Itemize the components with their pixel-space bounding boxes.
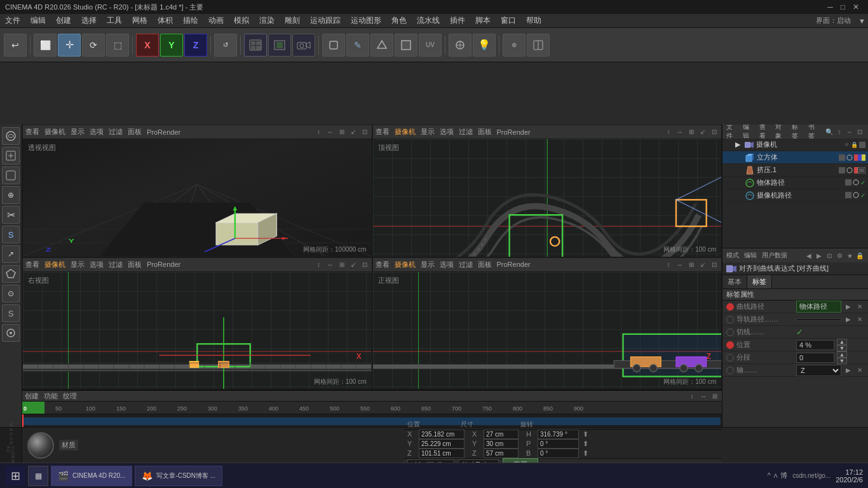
csy-rot-p[interactable] xyxy=(538,439,579,449)
vp-front-icon5[interactable]: ⊡ xyxy=(710,260,719,269)
tl-icon2[interactable]: ↔ xyxy=(699,391,708,400)
vp-top-icon3[interactable]: ⊞ xyxy=(687,128,696,137)
csz-pos-z[interactable] xyxy=(419,449,465,458)
vp-persp-filt[interactable]: 过滤 xyxy=(109,127,123,137)
extra-btn-1[interactable]: ⊕ xyxy=(503,34,526,57)
attr-icon5[interactable]: ★ xyxy=(845,251,854,260)
attr-pos-up[interactable]: ▲ xyxy=(837,339,847,345)
coord-sys-btn[interactable]: ↺ xyxy=(214,34,237,57)
menu-sculpt2[interactable]: 雕刻 xyxy=(280,14,305,27)
ls-btn-3[interactable] xyxy=(2,166,20,184)
vp-top-icon4[interactable]: ↙ xyxy=(698,128,707,137)
csz-rot-b[interactable] xyxy=(538,449,579,458)
task-view-btn[interactable]: ▦ xyxy=(28,466,48,486)
vp-right-view[interactable]: 查看 xyxy=(25,260,39,269)
attr-val-curvepath[interactable]: 物体路径 xyxy=(796,301,841,313)
attr-curvepath-btn[interactable]: ▶ xyxy=(844,302,853,311)
cube-icon1[interactable] xyxy=(839,154,845,161)
taskbar-c4d[interactable]: 🎬 CINEMA 4D R20... xyxy=(51,466,132,486)
render-btn[interactable] xyxy=(268,34,291,57)
vp-persp-pro[interactable]: ProRender xyxy=(147,128,180,136)
vp-front-filt[interactable]: 过滤 xyxy=(459,260,473,269)
uv-mode-btn[interactable]: UV xyxy=(419,34,442,57)
vp-top-icon1[interactable]: ↕ xyxy=(664,128,673,137)
cp-icon1[interactable] xyxy=(845,192,851,198)
point-mode-btn[interactable]: ✎ xyxy=(346,34,369,57)
vp-persp-icon4[interactable]: ↙ xyxy=(349,128,358,137)
vp-front-icon2[interactable]: ↔ xyxy=(675,260,684,269)
vp-persp-icon2[interactable]: ↔ xyxy=(326,128,335,137)
start-btn[interactable]: ⊞ xyxy=(5,466,25,486)
attr-railpath-clear[interactable]: ✕ xyxy=(855,315,864,324)
menu-mograph[interactable]: 运动图形 xyxy=(346,14,386,27)
menu-motion-track[interactable]: 运动跟踪 xyxy=(305,14,346,27)
attr-val-tangent[interactable]: ✓ xyxy=(796,327,803,337)
menu-sculpt[interactable]: 描绘 xyxy=(178,14,203,27)
bp-icon1[interactable] xyxy=(845,179,851,186)
attr-tab-tag[interactable]: 标签 xyxy=(747,275,772,288)
menu-tools[interactable]: 工具 xyxy=(102,14,127,27)
ls-btn-2[interactable] xyxy=(2,147,20,165)
attr-userdata-tab[interactable]: 用户数据 xyxy=(762,251,787,260)
poly-mode-btn[interactable] xyxy=(395,34,417,57)
obj-row-camera[interactable]: ▶ 摄像机 👁 🔒 xyxy=(722,139,868,151)
rotate-tool-btn[interactable]: ⟳ xyxy=(82,34,105,57)
vp-right-filt[interactable]: 过滤 xyxy=(109,260,123,269)
vp-front-pro[interactable]: ProRender xyxy=(497,261,531,268)
vp-front-sel[interactable]: 选项 xyxy=(440,260,454,269)
sq-icon1[interactable] xyxy=(839,167,845,173)
attr-val-axis[interactable]: Z X Y xyxy=(796,365,841,376)
ls-btn-11[interactable] xyxy=(2,324,20,342)
render-view-btn[interactable] xyxy=(244,34,267,57)
ls-btn-4[interactable]: ⊕ xyxy=(2,186,20,204)
obj-icon3[interactable]: ⊡ xyxy=(855,127,864,136)
vp-right-icon2[interactable]: ↔ xyxy=(326,260,335,269)
menu-edit[interactable]: 编辑 xyxy=(25,14,51,27)
attr-icon6[interactable]: 🔒 xyxy=(855,251,864,260)
taskbar-firefox[interactable]: 🦊 写文章-CSDN博客 ... xyxy=(135,466,222,486)
csy-spin1[interactable]: ⬆ xyxy=(583,440,588,448)
extra-btn-2[interactable] xyxy=(527,34,550,57)
vp-right-cam[interactable]: 摄像机 xyxy=(44,260,65,269)
menu-pipeline[interactable]: 流水线 xyxy=(412,14,445,27)
vp-top-view[interactable]: 查看 xyxy=(376,127,390,137)
attr-axis-icon[interactable]: ▶ xyxy=(844,366,853,375)
vp-persp-icon1[interactable]: ↕ xyxy=(315,128,323,137)
material-sphere[interactable] xyxy=(27,432,54,459)
ls-btn-6[interactable]: S xyxy=(2,226,20,243)
vp-persp-cam[interactable]: 摄像机 xyxy=(44,127,65,137)
csz-spin1[interactable]: ⬆ xyxy=(583,449,588,458)
menu-render[interactable]: 渲染 xyxy=(254,14,280,27)
attr-radio-pos[interactable] xyxy=(726,341,734,349)
attr-val-position[interactable] xyxy=(796,340,834,350)
vp-right-icon1[interactable]: ↕ xyxy=(315,260,323,269)
camera-btn[interactable] xyxy=(292,34,315,57)
menu-file[interactable]: 文件 xyxy=(0,14,25,27)
menu-sim[interactable]: 模拟 xyxy=(229,14,254,27)
undo-btn[interactable]: ↩ xyxy=(4,34,27,57)
ls-btn-9[interactable]: ⊙ xyxy=(2,285,20,302)
vp-top-icon2[interactable]: ↔ xyxy=(675,128,684,137)
attr-tab-basic[interactable]: 基本 xyxy=(722,275,747,288)
obj-row-campath[interactable]: 摄像机路径 ✓ xyxy=(722,189,868,202)
tl-icon1[interactable]: ↕ xyxy=(688,391,696,400)
vp-persp-view[interactable]: 查看 xyxy=(25,127,39,137)
tl-function[interactable]: 功能 xyxy=(44,391,58,401)
attr-icon1[interactable]: ◀ xyxy=(804,251,813,260)
attr-curvepath-clear[interactable]: ✕ xyxy=(855,302,864,311)
edge-mode-btn[interactable] xyxy=(370,34,393,57)
obj-mode-btn[interactable] xyxy=(322,34,345,57)
select-tool-btn[interactable]: ⬜ xyxy=(34,34,57,57)
attr-seg-dn[interactable]: ▼ xyxy=(837,358,847,364)
csx-pos-x[interactable] xyxy=(419,430,465,439)
obj-row-cube[interactable]: 立方体 xyxy=(722,151,868,164)
attr-val-railpath[interactable] xyxy=(796,318,841,321)
attr-radio-seg[interactable] xyxy=(726,354,734,362)
vp-top-sel[interactable]: 选项 xyxy=(440,127,454,137)
vp-top-panel[interactable]: 面板 xyxy=(478,127,492,137)
vp-right-icon3[interactable]: ⊞ xyxy=(337,260,346,269)
tl-icon3[interactable]: ⊞ xyxy=(710,391,719,400)
csx-size-x[interactable] xyxy=(484,430,519,439)
vp-front-panel[interactable]: 面板 xyxy=(478,260,492,269)
attr-axis-clear[interactable]: ✕ xyxy=(855,366,864,375)
